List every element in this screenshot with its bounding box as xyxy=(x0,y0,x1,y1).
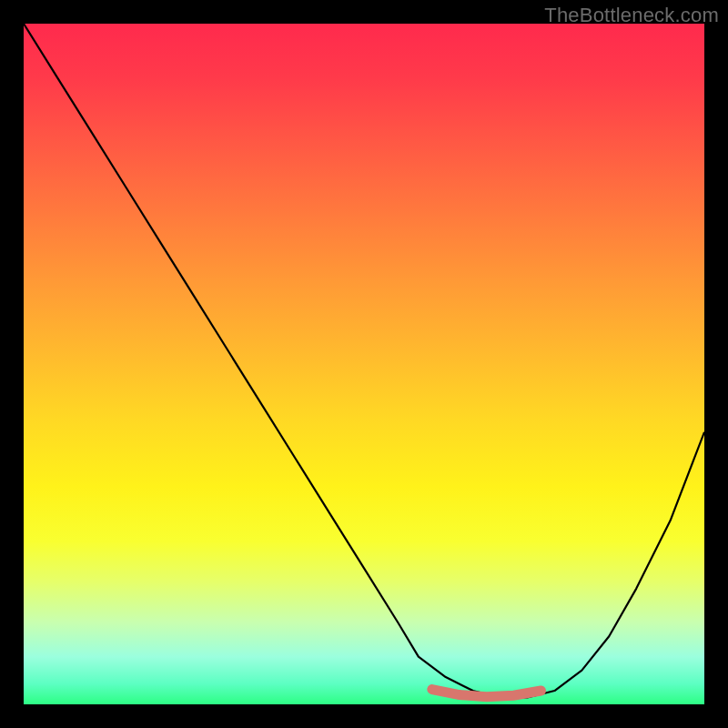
chart-plot-area xyxy=(24,24,704,704)
watermark-text: TheBottleneck.com xyxy=(544,4,719,27)
chart-svg xyxy=(24,24,704,704)
highlight-band-line xyxy=(432,690,541,697)
chart-frame: TheBottleneck.com xyxy=(0,0,728,728)
bottleneck-curve-line xyxy=(24,24,704,698)
